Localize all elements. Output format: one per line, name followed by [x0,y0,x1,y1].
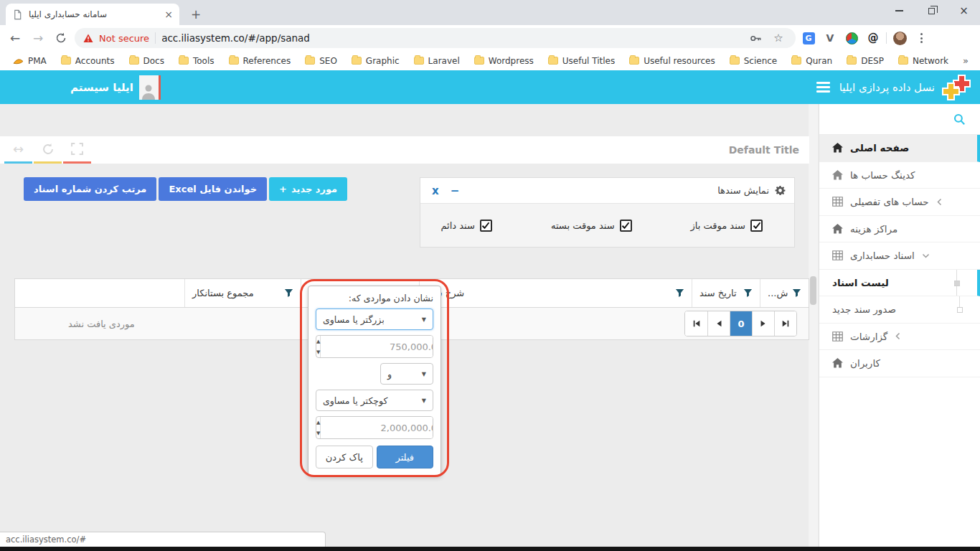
bookmark-network[interactable]: Network [892,54,954,68]
sidebar-item-home[interactable]: صفحه اصلی [819,135,980,162]
filter-value1-field[interactable]: ▲▼ [316,335,433,358]
sidebar-search[interactable] [819,104,980,135]
spinner-up-icon[interactable]: ▲ [316,336,320,347]
bookmark-useful-titles[interactable]: Useful Titles [542,54,621,68]
bookmark-quran[interactable]: Quran [786,54,838,68]
pager-next-button[interactable] [752,311,774,336]
hamburger-menu-icon[interactable] [814,79,833,95]
bookmark-accounts[interactable]: Accounts [55,54,121,68]
v-extension-icon[interactable]: V [821,29,839,47]
bookmark-useful-resources[interactable]: Useful resources [623,54,721,68]
user-avatar[interactable] [139,75,161,100]
filter-funnel-icon[interactable] [675,288,684,298]
refresh-tool[interactable] [34,136,62,164]
fullscreen-tool[interactable] [63,136,91,164]
panel-close-icon[interactable]: x [429,184,442,197]
filter-funnel-icon[interactable] [743,288,753,298]
at-extension-icon[interactable]: @ [864,29,882,47]
bookmark-laravel[interactable]: Laravel [408,54,466,68]
checkbox-checked-icon[interactable] [620,220,632,232]
scrollbar-thumb[interactable] [810,276,816,305]
column-date[interactable]: تاریخ سند [692,279,760,307]
spinner-down-icon[interactable]: ▼ [316,347,320,357]
pager-first-button[interactable] [685,311,707,336]
checkbox-open-temp-doc[interactable]: سند موقت باز [691,220,763,232]
close-button[interactable]: × [948,0,980,22]
bookmark-seo[interactable]: SEO [299,54,343,68]
not-secure-label[interactable]: Not secure [99,33,149,44]
bookmark-graphic[interactable]: Graphic [346,54,405,68]
bookmark-tools[interactable]: Tools [173,54,220,68]
filter-funnel-icon[interactable] [792,288,801,298]
reload-icon[interactable] [52,29,70,47]
read-excel-button[interactable]: خواندن فایل Excel [159,177,267,201]
user-group[interactable]: ایلیا سیستم [70,75,161,100]
tab-close-icon[interactable]: × [164,9,173,19]
bookmark-desp[interactable]: DESP [841,54,890,68]
bookmark-references[interactable]: References [223,54,297,68]
filter-operator2-dropdown[interactable]: کوچکتر یا مساوی ▼ [316,390,433,411]
profile-avatar[interactable] [891,29,908,47]
sidebar-item-accounting-documents[interactable]: اسناد حسابداری [819,242,980,270]
filter-value2-input[interactable] [321,417,433,438]
plus-icon: + [279,184,287,194]
restore-button[interactable] [915,0,948,22]
pager-previous-button[interactable] [707,311,730,336]
bookmark-science[interactable]: Science [724,54,783,68]
bookmark-star-icon[interactable]: ☆ [770,29,787,47]
sidebar-item-users[interactable]: کاربران [819,350,980,377]
page-scrollbar[interactable] [809,104,818,551]
new-tab-button[interactable]: + [187,5,205,24]
filter-apply-button[interactable]: فیلتر [377,446,434,468]
url-text[interactable]: acc.iliasystem.co/#/app/sanad [161,32,741,44]
back-icon[interactable]: ← [6,29,24,47]
sidebar-item-documents-list[interactable]: لیست اسناد [819,270,980,297]
sort-documents-button[interactable]: مرتب کردن شماره اسناد [24,177,156,201]
filter-funnel-icon[interactable] [284,288,293,298]
sidebar-item-reports[interactable]: گزارشات [819,324,980,351]
folder-icon [791,57,801,65]
sidebar-item-new-document[interactable]: صدور سند جدید [819,296,980,324]
browser-tab[interactable]: سامانه حسابداری ایلیا × [6,4,179,25]
folder-icon [129,57,139,65]
pager-current-page[interactable]: 0 [730,311,752,336]
sidebar-item-detailed-accounts[interactable]: حساب های تفصیلی [819,189,980,216]
chrome-menu-icon[interactable] [913,29,930,47]
filter-value2-field[interactable]: ▲▼ [316,416,433,439]
spinner-down-icon[interactable]: ▼ [316,428,320,438]
search-icon[interactable] [953,113,966,126]
bookmark-wordpress[interactable]: Wordpress [468,54,540,68]
bookmark-docs[interactable]: Docs [123,54,170,68]
new-item-button[interactable]: مورد جدید+ [269,177,347,201]
column-total-credit[interactable]: مجموع بستانکار [184,279,301,307]
checkbox-permanent-doc[interactable]: سند دائم [440,220,491,232]
page-title: Default Title [729,144,799,156]
checkbox-checked-icon[interactable] [750,220,763,232]
resize-tool[interactable]: ↔ [4,136,32,164]
gear-icon[interactable] [775,185,786,196]
password-key-icon[interactable] [747,29,764,47]
browser-window: سامانه حسابداری ایلیا × + × ← → Not secu… [0,0,980,551]
filter-value1-input[interactable] [321,336,433,357]
panel-minimize-icon[interactable]: − [448,184,463,197]
column-description[interactable]: شرح سند [419,279,692,307]
forward-icon[interactable]: → [29,29,47,47]
bookmark-pma[interactable]: PMA [7,54,52,68]
spinner-up-icon[interactable]: ▲ [316,417,320,428]
filter-label: نشان دادن مواردی که: [316,293,433,303]
translate-extension-icon[interactable]: G [800,29,817,47]
minimize-button[interactable] [883,0,915,22]
sidebar-item-coding-accounts[interactable]: کدینگ حساب ها [819,162,980,189]
checkbox-closed-temp-doc[interactable]: سند موقت بسته [551,220,632,232]
idm-extension-icon[interactable] [843,29,860,47]
pager-last-button[interactable] [774,311,796,336]
filter-clear-button[interactable]: پاک کردن [316,446,373,468]
filter-operator1-dropdown[interactable]: بزرگتر یا مساوی ▼ [316,309,433,330]
sidebar-item-cost-centers[interactable]: مراکز هزینه [819,216,980,243]
address-bar[interactable]: Not secure acc.iliasystem.co/#/app/sanad… [75,28,796,48]
column-number[interactable]: ش... [760,279,809,307]
filter-logic-dropdown[interactable]: و ▼ [380,363,433,385]
bookmarks-overflow-chevron[interactable]: » [958,55,973,66]
home-icon [832,224,843,234]
checkbox-checked-icon[interactable] [480,220,492,232]
